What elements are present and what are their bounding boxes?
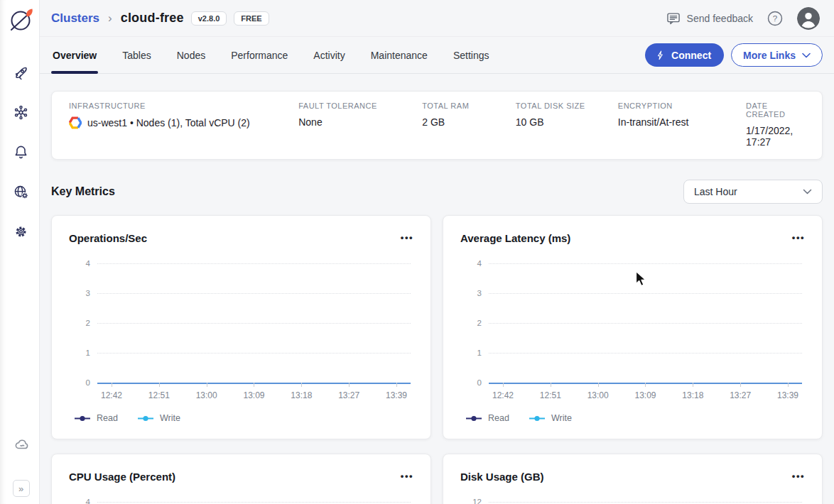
x-tick [489,383,517,387]
chart-menu-button[interactable]: ••• [401,234,413,241]
avatar-person-icon [797,7,820,30]
x-tick-labels: 12:4212:5113:0013:0913:1813:2713:39 [97,390,411,400]
legend-item-write[interactable]: Write [138,413,180,423]
x-tick [287,383,315,387]
info-value: None [298,116,422,128]
rocket-icon [12,64,30,82]
time-range-value: Last Hour [694,186,737,197]
ellipsis-icon: ••• [401,471,413,481]
chart-title: CPU Usage (Percent) [69,471,175,483]
sidebar-item-organization[interactable] [12,182,31,201]
y-tick-label: 3 [69,289,90,297]
gridline [97,263,411,264]
x-tick [631,383,659,387]
info-value: us-west1 • Nodes (1), Total vCPU (2) [69,116,298,129]
user-avatar[interactable] [797,7,820,30]
info-label: ENCRYPTION [618,102,746,110]
connect-button[interactable]: Connect [645,43,724,67]
sidebar-item-clusters[interactable] [12,63,31,82]
chart-menu-button[interactable]: ••• [401,473,413,480]
chart-card-disk-usage-gb-: Disk Usage (GB)•••12963012:4212:5113:001… [443,454,823,504]
content-area: INFRASTRUCTURE us-west1 • Nodes (1), Tot… [40,74,834,504]
svg-text:?: ? [773,14,777,23]
legend-label: Read [488,413,509,423]
chart-menu-button[interactable]: ••• [792,234,805,241]
y-tick-label: 4 [460,259,482,268]
breadcrumb-separator-icon: › [108,11,112,26]
legend-item-read[interactable]: Read [466,413,509,423]
more-links-button[interactable]: More Links [731,43,823,67]
breadcrumb-clusters-link[interactable]: Clusters [51,11,99,26]
info-value-text: 1/17/2022, 17:27 [746,125,805,148]
tab-overview[interactable]: Overview [51,37,98,73]
tab-performance[interactable]: Performance [229,37,289,73]
help-button[interactable]: ? [766,9,784,28]
y-tick-label: 2 [69,319,90,327]
sidebar-item-networking[interactable] [12,103,31,121]
tab-maintenance[interactable]: Maintenance [369,37,429,73]
y-tick-label: 3 [460,289,482,297]
chart-legend: ReadWrite [460,413,805,423]
x-tick [145,383,173,387]
series-marker-icon [138,415,153,422]
gridline [97,502,411,503]
tab-nodes[interactable]: Nodes [175,37,207,73]
gridline [489,353,802,354]
x-axis: 12:4212:5113:0013:0913:1813:2713:39 [489,383,802,400]
x-label: 13:00 [193,390,221,400]
series-marker-icon [529,415,545,422]
feedback-bubble-icon [666,11,681,26]
tab-settings[interactable]: Settings [452,37,491,73]
expand-sidebar-button[interactable]: » [13,480,30,497]
x-label: 12:42 [97,390,126,400]
info-value-text: None [298,116,322,128]
x-axis: 12:4212:5113:0013:0913:1813:2713:39 [97,383,411,400]
plan-badge: FREE [234,11,269,26]
chart-menu-button[interactable]: ••• [792,473,805,480]
brand-logo-icon[interactable] [7,6,36,34]
tab-tables[interactable]: Tables [121,37,152,73]
info-value: In-transit/At-rest [618,116,746,128]
info-label: DATE CREATED [746,102,805,119]
legend-label: Write [160,413,180,423]
time-range-select[interactable]: Last Hour [683,180,823,204]
y-tick-label: 1 [69,349,90,357]
legend-item-read[interactable]: Read [75,413,118,423]
info-value: 2 GB [422,116,516,128]
ellipsis-icon: ••• [401,232,413,243]
x-label: 13:27 [335,390,363,400]
info-column-total-ram: TOTAL RAM2 GB [422,102,516,148]
info-value: 1/17/2022, 17:27 [746,125,805,148]
info-value: 10 GB [516,116,618,128]
x-label: 13:00 [584,390,612,400]
info-value-text: us-west1 • Nodes (1), Total vCPU (2) [87,117,250,128]
info-column-date-created: DATE CREATED1/17/2022, 17:27 [746,102,805,148]
connect-label: Connect [671,50,711,61]
x-tick [536,383,565,387]
x-label: 13:18 [287,390,315,400]
info-value-text: In-transit/At-rest [618,116,689,128]
cluster-info-card: INFRASTRUCTURE us-west1 • Nodes (1), Tot… [51,91,823,160]
x-label: 13:09 [631,390,659,400]
cloud-status[interactable] [13,435,32,454]
series-marker-icon [466,415,482,422]
sidebar-item-settings[interactable] [12,222,31,241]
send-feedback-label: Send feedback [687,13,753,24]
info-column-fault-tolerance: FAULT TOLERANCENone [298,102,422,148]
gridline [97,353,411,354]
info-label: INFRASTRUCTURE [69,102,298,110]
gridline [489,323,802,324]
globe-gear-icon [12,183,30,201]
send-feedback-button[interactable]: Send feedback [666,11,753,26]
sidebar-item-alerts[interactable] [12,143,31,161]
tab-activity[interactable]: Activity [312,37,346,73]
x-tick [97,383,126,387]
x-tick-labels: 12:4212:5113:0013:0913:1813:2713:39 [489,390,802,400]
legend-item-write[interactable]: Write [529,413,572,423]
x-label: 12:51 [145,390,173,400]
cloud-icon [13,436,31,454]
y-tick-label: 0 [69,378,90,387]
x-label: 13:39 [382,390,411,400]
series-marker-icon [75,415,90,422]
x-tick [239,383,268,387]
